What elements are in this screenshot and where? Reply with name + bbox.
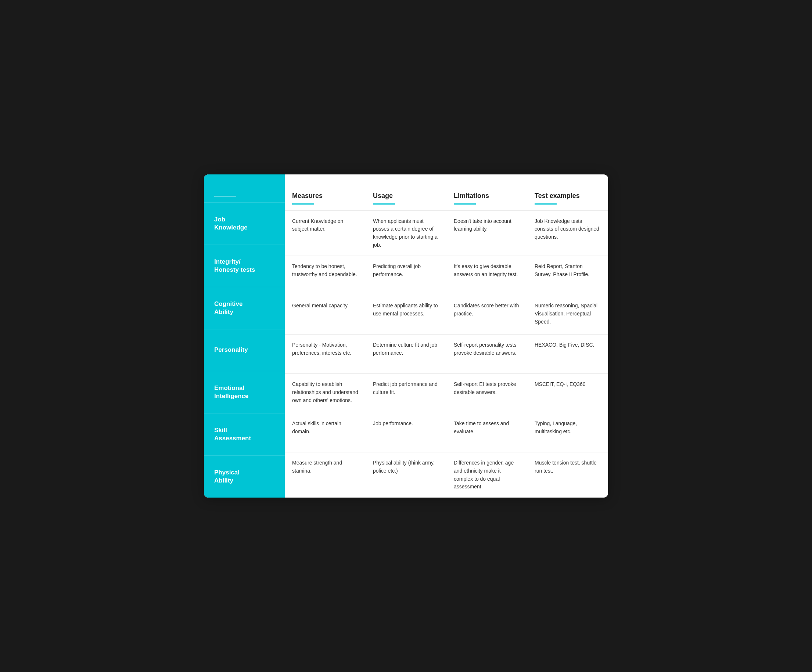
cell-3-measures: Personality - Motivation, preferences, i… [285,335,365,373]
sidebar-cell-label-1: Integrity/ Honesty tests [214,258,255,274]
cell-2-measures: General mental capacity. [285,295,365,334]
col-header-text-1: Usage [373,192,439,200]
sidebar-cell-1: Integrity/ Honesty tests [204,245,285,287]
col-header-3: Test examples [527,192,608,211]
cell-6-measures: Measure strength and stamina. [285,453,365,498]
col-header-text-3: Test examples [535,192,601,200]
cell-5-usage: Job performance. [365,413,447,452]
cell-5-limitations: Take time to assess and evaluate. [447,413,527,452]
col-header-underline-1 [373,203,395,204]
cell-4-examples: MSCEIT, EQ-i, EQ360 [527,374,608,413]
cell-0-limitations: Doesn't take into account learning abili… [447,211,527,256]
col-header-underline-3 [535,203,557,204]
cell-6-examples: Muscle tension test, shuttle run test. [527,453,608,498]
sidebar-cell-5: Skill Assessment [204,413,285,455]
sidebar: Job KnowledgeIntegrity/ Honesty testsCog… [204,174,285,498]
sidebar-cell-label-3: Personality [214,346,248,354]
cell-4-usage: Predict job performance and culture fit. [365,374,447,413]
main-content: MeasuresUsageLimitationsTest examples Cu… [285,174,608,498]
cell-2-examples: Numeric reasoning, Spacial Visualisation… [527,295,608,334]
sidebar-cell-3: Personality [204,329,285,371]
col-header-underline-2 [454,203,476,204]
cell-1-limitations: It's easy to give desirable answers on a… [447,256,527,295]
cell-0-measures: Current Knowledge on subject matter. [285,211,365,256]
sidebar-cell-label-2: Cognitive Ability [214,300,242,316]
cell-2-limitations: Candidates score better with practice. [447,295,527,334]
sidebar-cell-4: Emotional Intelligence [204,371,285,413]
main-row-3: Personality - Motivation, preferences, i… [285,334,608,373]
sidebar-cell-label-4: Emotional Intelligence [214,384,249,400]
main-header: MeasuresUsageLimitationsTest examples [285,174,608,211]
cell-1-usage: Predicting overall job performance. [365,256,447,295]
col-header-0: Measures [285,192,365,211]
cell-6-limitations: Differences in gender, age and ethnicity… [447,453,527,498]
cell-3-examples: HEXACO, Big Five, DISC. [527,335,608,373]
main-card: Job KnowledgeIntegrity/ Honesty testsCog… [204,174,608,498]
main-row-4: Capability to establish relationships an… [285,373,608,413]
cell-3-limitations: Self-report personality tests provoke de… [447,335,527,373]
main-row-1: Tendency to be honest, trustworthy and d… [285,255,608,295]
sidebar-header-underline [214,196,236,196]
col-header-2: Limitations [447,192,527,211]
cell-2-usage: Estimate applicants ability to use menta… [365,295,447,334]
sidebar-cell-2: Cognitive Ability [204,287,285,329]
sidebar-cell-0: Job Knowledge [204,202,285,245]
col-header-underline-0 [292,203,314,204]
sidebar-cell-label-0: Job Knowledge [214,216,247,232]
cell-4-limitations: Self-report EI tests provoke desirable a… [447,374,527,413]
cell-1-examples: Reid Report, Stanton Survey, Phase II Pr… [527,256,608,295]
sidebar-cell-label-5: Skill Assessment [214,426,251,442]
main-row-2: General mental capacity.Estimate applica… [285,295,608,334]
main-rows: Current Knowledge on subject matter.When… [285,211,608,498]
col-header-1: Usage [365,192,447,211]
col-header-text-0: Measures [292,192,358,200]
sidebar-header [204,174,285,202]
sidebar-cell-6: Physical Ability [204,455,285,498]
cell-5-examples: Typing, Language, multitasking etc. [527,413,608,452]
cell-1-measures: Tendency to be honest, trustworthy and d… [285,256,365,295]
main-row-6: Measure strength and stamina.Physical ab… [285,452,608,498]
cell-4-measures: Capability to establish relationships an… [285,374,365,413]
sidebar-rows: Job KnowledgeIntegrity/ Honesty testsCog… [204,202,285,498]
main-row-0: Current Knowledge on subject matter.When… [285,211,608,256]
cell-6-usage: Physical ability (think army, police etc… [365,453,447,498]
sidebar-cell-label-6: Physical Ability [214,469,240,485]
cell-0-usage: When applicants must posses a certain de… [365,211,447,256]
col-header-text-2: Limitations [454,192,520,200]
cell-5-measures: Actual skills in certain domain. [285,413,365,452]
main-row-5: Actual skills in certain domain.Job perf… [285,413,608,452]
cell-0-examples: Job Knowledge tests consists of custom d… [527,211,608,256]
cell-3-usage: Determine culture fit and job performanc… [365,335,447,373]
